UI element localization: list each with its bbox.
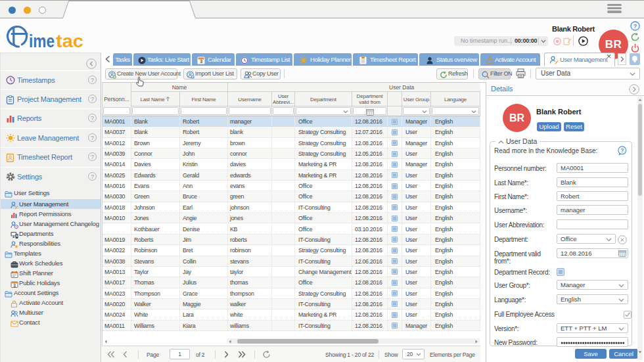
svg-text:3: 3 — [200, 59, 202, 64]
svg-text:3: 3 — [13, 283, 16, 288]
svg-text:?: ? — [633, 23, 637, 30]
svg-text:tac: tac — [56, 31, 83, 51]
svg-text:?: ? — [620, 147, 624, 154]
svg-text:ime: ime — [29, 31, 55, 51]
